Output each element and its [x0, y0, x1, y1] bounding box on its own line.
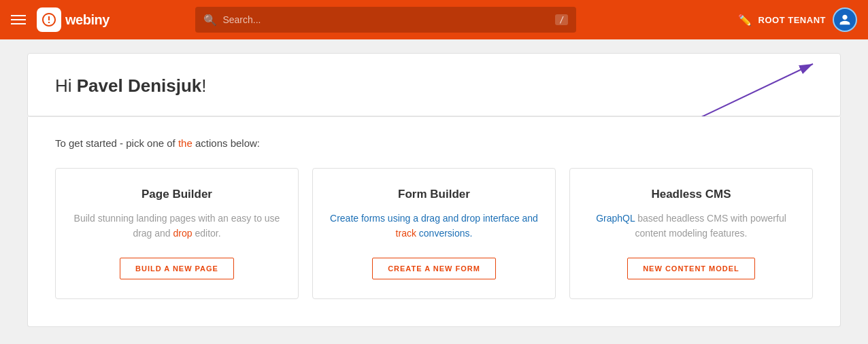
logo[interactable]: webiny: [37, 7, 110, 32]
nav-right: ✏️ ROOT TENANT: [738, 7, 857, 32]
user-avatar[interactable]: [833, 7, 857, 32]
form-builder-card: Form Builder Create forms using a drag a…: [312, 168, 556, 299]
tenant-label: ROOT TENANT: [758, 15, 826, 25]
sub-title: To get started - pick one of the actions…: [55, 137, 813, 149]
page-builder-title: Page Builder: [141, 188, 212, 201]
cards-row: Page Builder Build stunning landing page…: [55, 168, 813, 299]
logo-text: webiny: [65, 12, 110, 28]
welcome-greeting: Hi Pavel Denisjuk!: [28, 54, 840, 116]
search-input[interactable]: [222, 14, 550, 25]
sub-content: To get started - pick one of the actions…: [27, 117, 841, 327]
hamburger-menu[interactable]: [11, 15, 26, 24]
edit-icon: ✏️: [738, 14, 752, 27]
highlight-text: the: [178, 137, 193, 149]
navbar: webiny 🔍 / ✏️ ROOT TENANT: [0, 0, 868, 39]
headless-cms-card: Headless CMS GraphQL based headless CMS …: [569, 168, 813, 299]
welcome-card: Hi Pavel Denisjuk!: [27, 53, 841, 117]
greeting-prefix: Hi: [55, 75, 77, 96]
form-builder-desc: Create forms using a drag and drop inter…: [329, 211, 539, 241]
search-shortcut: /: [555, 14, 568, 25]
form-builder-title: Form Builder: [398, 188, 470, 201]
headless-cms-desc: GraphQL based headless CMS with powerful…: [586, 211, 796, 241]
page-builder-card: Page Builder Build stunning landing page…: [55, 168, 299, 299]
create-form-button[interactable]: CREATE A NEW FORM: [372, 258, 496, 279]
headless-cms-title: Headless CMS: [651, 188, 731, 201]
logo-icon: [37, 7, 61, 32]
greeting-suffix: !: [201, 75, 206, 96]
search-icon: 🔍: [203, 14, 217, 27]
main-content: Hi Pavel Denisjuk! To get started - pick…: [0, 39, 868, 341]
new-content-model-button[interactable]: NEW CONTENT MODEL: [627, 258, 755, 279]
page-builder-desc: Build stunning landing pages with an eas…: [72, 211, 282, 241]
search-bar[interactable]: 🔍 /: [195, 7, 576, 33]
build-page-button[interactable]: BUILD A NEW PAGE: [120, 258, 234, 279]
greeting-name: Pavel Denisjuk: [77, 75, 202, 96]
